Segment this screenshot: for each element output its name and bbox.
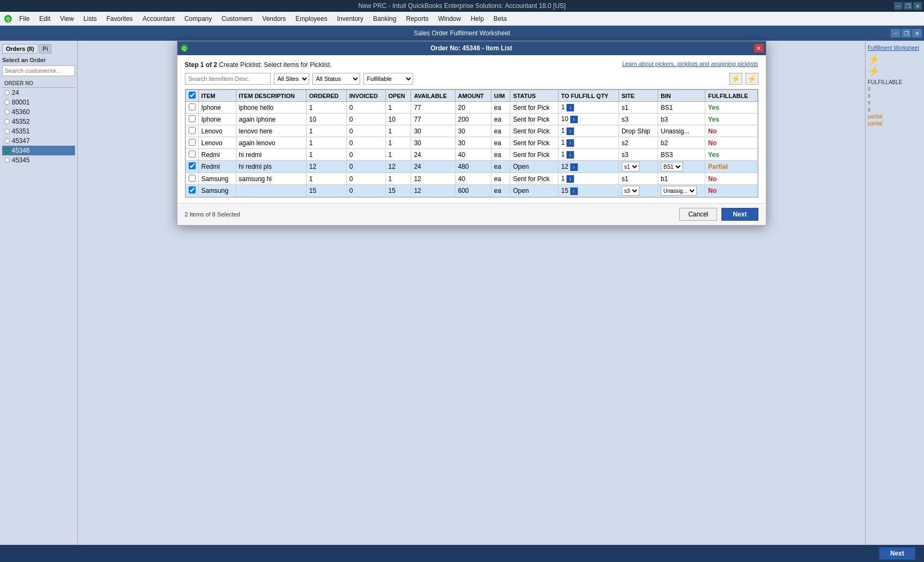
- menu-window[interactable]: Window: [434, 14, 465, 24]
- dialog-title: Order No: 45346 - Item List: [430, 44, 512, 52]
- right-panel: Fulfillment Worksheet ⚡ ⚡ FULFILLABLE s …: [865, 41, 924, 545]
- menu-reports[interactable]: Reports: [401, 14, 433, 24]
- rp-item-6: partial: [868, 120, 922, 127]
- site-value: Drop Ship: [622, 128, 650, 135]
- row-amount: 40: [455, 149, 491, 161]
- menu-customers[interactable]: Customers: [217, 14, 257, 24]
- lightning-button-2[interactable]: ⚡: [746, 73, 758, 85]
- footer-buttons: Cancel Next: [679, 208, 758, 221]
- row-checkbox[interactable]: [189, 139, 196, 146]
- help-link[interactable]: Learn about pickers, picklists and assig…: [622, 61, 758, 67]
- qty-info-btn[interactable]: i: [570, 188, 578, 195]
- th-item: ITEM: [198, 90, 236, 102]
- menu-lists[interactable]: Lists: [79, 14, 101, 24]
- tab-pi[interactable]: Pi: [39, 44, 52, 54]
- row-checkbox[interactable]: [189, 103, 196, 110]
- qty-info-btn[interactable]: i: [567, 175, 574, 183]
- fulfillable-select[interactable]: Fulfillable All Not Fulfillable: [363, 73, 413, 85]
- row-item: Redmi: [198, 161, 236, 173]
- dialog-close-button[interactable]: ✕: [754, 44, 764, 53]
- menu-banking[interactable]: Banking: [369, 14, 400, 24]
- ws-close-btn[interactable]: ✕: [912, 29, 922, 38]
- qty-info-btn[interactable]: i: [570, 163, 578, 171]
- order-item[interactable]: 45345: [2, 155, 75, 165]
- order-item[interactable]: 45346: [2, 146, 75, 155]
- row-desc: hi redmi: [236, 149, 306, 161]
- order-radio: [4, 138, 10, 144]
- fulfillment-worksheet-link[interactable]: Fulfillment Worksheet: [868, 45, 919, 51]
- menu-accountant[interactable]: Accountant: [138, 14, 179, 24]
- fulfillable-value: Yes: [708, 116, 719, 123]
- row-open: 1: [385, 149, 411, 161]
- row-status: Sent for Pick: [510, 125, 558, 137]
- menu-edit[interactable]: Edit: [35, 14, 55, 24]
- menu-file[interactable]: File: [15, 14, 34, 24]
- menu-view[interactable]: View: [56, 14, 78, 24]
- sites-select[interactable]: All Sites s1 s2 s3: [274, 73, 309, 85]
- menu-employees[interactable]: Employees: [291, 14, 331, 24]
- menu-vendors[interactable]: Vendors: [258, 14, 290, 24]
- select-all-checkbox[interactable]: [189, 92, 196, 99]
- menu-beta[interactable]: Beta: [489, 14, 511, 24]
- site-value: s2: [622, 139, 629, 147]
- row-checkbox-cell: [185, 161, 198, 173]
- order-item[interactable]: 45360: [2, 107, 75, 117]
- order-radio: [4, 158, 10, 163]
- rp-item-1: s: [868, 85, 922, 92]
- row-available: 24: [411, 161, 455, 173]
- order-item[interactable]: 24: [2, 88, 75, 98]
- row-status: Sent for Pick: [510, 114, 558, 125]
- lightning-button-1[interactable]: ⚡: [729, 73, 742, 85]
- menu-inventory[interactable]: Inventory: [333, 14, 368, 24]
- minimize-button[interactable]: ─: [894, 2, 903, 10]
- th-open: OPEN: [385, 90, 411, 102]
- qty-info-btn[interactable]: i: [567, 151, 574, 159]
- site-select[interactable]: s1: [622, 162, 639, 171]
- row-checkbox[interactable]: [189, 127, 196, 134]
- row-checkbox[interactable]: [189, 186, 196, 193]
- row-fulfillable: No: [705, 173, 757, 185]
- worksheet-title-bar: Sales Order Fulfilment Worksheet ─ ❐ ✕: [0, 26, 924, 41]
- bin-select[interactable]: Unassig...: [661, 186, 697, 196]
- lightning-right-2[interactable]: ⚡: [868, 65, 922, 77]
- row-site: s3: [619, 149, 658, 161]
- qty-info-btn[interactable]: i: [570, 116, 578, 123]
- cancel-button[interactable]: Cancel: [679, 208, 717, 221]
- row-bin: BS1: [658, 161, 705, 173]
- row-item: Samsung: [198, 173, 236, 185]
- order-item[interactable]: 45352: [2, 117, 75, 126]
- close-button[interactable]: ✕: [913, 2, 922, 10]
- lightning-right-1[interactable]: ⚡: [868, 54, 922, 65]
- row-open: 1: [385, 137, 411, 149]
- row-checkbox[interactable]: [189, 115, 196, 122]
- ws-minimize-btn[interactable]: ─: [891, 29, 900, 38]
- row-checkbox[interactable]: [189, 175, 196, 182]
- qty-info-btn[interactable]: i: [567, 128, 574, 135]
- order-item[interactable]: 80001: [2, 98, 75, 107]
- bin-select[interactable]: BS1: [661, 162, 683, 171]
- ws-restore-btn[interactable]: ❐: [901, 29, 911, 38]
- row-site: s2: [619, 137, 658, 149]
- row-amount: 30: [455, 137, 491, 149]
- status-select[interactable]: All Status Open Sent for Pick: [312, 73, 360, 85]
- order-item[interactable]: 45347: [2, 136, 75, 146]
- tab-orders[interactable]: Orders (8): [2, 44, 38, 54]
- bottom-next-button[interactable]: Next: [879, 547, 915, 560]
- row-checkbox[interactable]: [189, 162, 196, 169]
- menu-help[interactable]: Help: [466, 14, 488, 24]
- order-search-input[interactable]: [2, 65, 75, 76]
- menu-company[interactable]: Company: [180, 14, 216, 24]
- order-item[interactable]: 45351: [2, 126, 75, 136]
- qty-info-btn[interactable]: i: [567, 104, 574, 111]
- row-checkbox[interactable]: [189, 151, 196, 158]
- order-number: 24: [12, 89, 19, 96]
- site-value: s3: [622, 116, 629, 123]
- restore-button[interactable]: ❐: [904, 2, 912, 10]
- next-button[interactable]: Next: [721, 208, 758, 221]
- row-site: s3: [619, 185, 658, 197]
- th-ordered: ORDERED: [306, 90, 346, 102]
- qty-info-btn[interactable]: i: [567, 139, 574, 147]
- menu-favorites[interactable]: Favorites: [102, 14, 137, 24]
- site-select[interactable]: s3: [622, 186, 639, 196]
- item-search-input[interactable]: [185, 73, 271, 85]
